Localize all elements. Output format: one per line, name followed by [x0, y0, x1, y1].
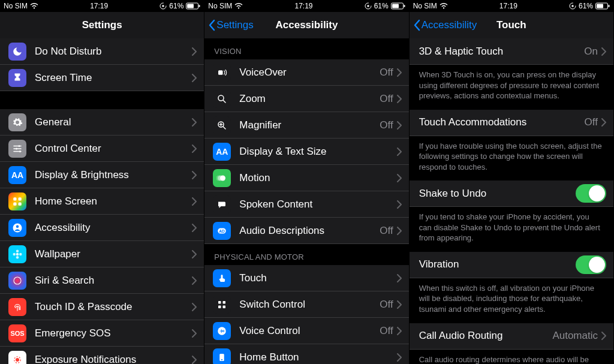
- magnifier-icon: [213, 116, 231, 134]
- svg-rect-25: [367, 5, 369, 7]
- back-button[interactable]: Accessibility: [413, 12, 477, 38]
- list-row[interactable]: Motion: [204, 165, 408, 191]
- svg-point-14: [16, 252, 19, 255]
- chevron-right-icon: [192, 145, 197, 153]
- list-row[interactable]: VoiceOverOff: [204, 59, 408, 86]
- row-label: Siri & Search: [35, 275, 192, 287]
- row-label: Voice Control: [239, 325, 380, 337]
- list-row[interactable]: SOSEmergency SOS: [0, 320, 204, 347]
- svg-rect-49: [608, 5, 609, 7]
- list-row[interactable]: AADisplay & Brightness: [0, 162, 204, 188]
- row-label: Audio Descriptions: [239, 225, 380, 237]
- svg-rect-46: [571, 5, 573, 7]
- list-row[interactable]: Voice ControlOff: [204, 318, 408, 344]
- svg-point-19: [14, 277, 21, 284]
- settings-list[interactable]: Do Not DisturbScreen TimeGeneralControl …: [0, 38, 204, 364]
- list-row[interactable]: Shake to Undo: [410, 181, 613, 207]
- row-label: Screen Time: [35, 72, 192, 84]
- list-row[interactable]: Touch AccommodationsOff: [410, 110, 613, 136]
- carrier-text: No SIM: [413, 2, 437, 10]
- orientation-lock-icon: [365, 2, 372, 10]
- row-label: Shake to Undo: [419, 188, 576, 200]
- row-label: Emergency SOS: [35, 327, 192, 339]
- sos-icon: SOS: [8, 324, 26, 342]
- orientation-lock-icon: [159, 2, 167, 10]
- panel-touch: No SIM 17:19 61% Accessibility Touch 3D …: [410, 0, 614, 364]
- row-label: Call Audio Routing: [419, 330, 553, 342]
- wifi-icon: [440, 3, 448, 9]
- list-row[interactable]: Accessibility: [0, 215, 204, 241]
- chevron-right-icon: [397, 95, 402, 103]
- list-row[interactable]: Vibration: [410, 252, 613, 278]
- row-label: Zoom: [239, 93, 380, 105]
- chevron-right-icon: [397, 327, 402, 335]
- row-label: VoiceOver: [239, 67, 380, 79]
- section-header-physical: Physical and Motor: [204, 244, 408, 265]
- person-circle-icon: [8, 219, 26, 237]
- chevron-right-icon: [192, 47, 197, 56]
- list-row[interactable]: Wallpaper: [0, 241, 204, 267]
- chevron-right-icon: [397, 300, 402, 309]
- svg-rect-28: [404, 5, 405, 7]
- list-row[interactable]: Do Not Disturb: [0, 38, 204, 65]
- footer-text: When this switch is off, all vibration o…: [410, 278, 613, 323]
- voiceover-icon: [213, 64, 231, 82]
- list-row[interactable]: Switch ControlOff: [204, 291, 408, 318]
- list-row[interactable]: Spoken Content: [204, 191, 408, 218]
- svg-rect-8: [13, 197, 16, 200]
- section-header-vision: Vision: [204, 38, 408, 59]
- voice-icon: [213, 322, 231, 340]
- toggle-switch[interactable]: [576, 255, 606, 274]
- list-row[interactable]: Call Audio RoutingAutomatic: [410, 323, 613, 350]
- list-row[interactable]: Touch: [204, 265, 408, 291]
- status-bar: No SIM 17:19 61%: [0, 0, 204, 12]
- fingerprint-icon: [8, 298, 26, 316]
- carrier-text: No SIM: [208, 2, 232, 10]
- list-row[interactable]: MagnifierOff: [204, 112, 408, 139]
- row-label: Magnifier: [239, 119, 380, 131]
- list-row[interactable]: General: [0, 109, 204, 136]
- svg-point-18: [19, 252, 22, 255]
- chevron-right-icon: [397, 227, 402, 235]
- footer-text: Call audio routing determines where audi…: [410, 350, 613, 364]
- row-label: Do Not Disturb: [35, 46, 192, 58]
- status-bar: No SIM 17:19 61%: [204, 0, 408, 12]
- list-row[interactable]: ZoomOff: [204, 86, 408, 112]
- row-label: Display & Brightness: [35, 169, 192, 181]
- toggle-switch[interactable]: [576, 184, 606, 203]
- svg-point-17: [13, 252, 16, 255]
- touch-list[interactable]: 3D & Haptic TouchOnWhen 3D Touch is on, …: [410, 38, 613, 364]
- chevron-left-icon: [208, 19, 215, 31]
- list-row[interactable]: Home Button: [204, 344, 408, 364]
- zoom-icon: [213, 90, 231, 108]
- list-row[interactable]: Exposure Notifications: [0, 347, 204, 364]
- list-row[interactable]: 3D & Haptic TouchOn: [410, 38, 613, 65]
- chevron-right-icon: [601, 47, 606, 56]
- svg-rect-9: [19, 197, 22, 200]
- svg-rect-27: [392, 4, 399, 8]
- list-row[interactable]: ADAudio DescriptionsOff: [204, 218, 408, 244]
- list-row[interactable]: AADisplay & Text Size: [204, 139, 408, 165]
- list-row[interactable]: Siri & Search: [0, 267, 204, 294]
- row-label: General: [35, 116, 192, 128]
- battery-percent: 61%: [579, 2, 593, 10]
- list-row[interactable]: Screen Time: [0, 65, 204, 91]
- chevron-right-icon: [192, 118, 197, 127]
- list-row[interactable]: Home Screen: [0, 188, 204, 215]
- orientation-lock-icon: [569, 2, 576, 10]
- panel-settings: No SIM 17:19 61% Settings Do Not Disturb…: [0, 0, 204, 364]
- row-label: Touch Accommodations: [419, 116, 585, 128]
- page-title: Settings: [82, 19, 122, 31]
- list-row[interactable]: Control Center: [0, 136, 204, 162]
- chevron-right-icon: [192, 197, 197, 206]
- svg-text:AD: AD: [219, 229, 225, 233]
- row-value: Automatic: [552, 330, 598, 342]
- panel-accessibility: No SIM 17:19 61% Settings Accessibility …: [204, 0, 409, 364]
- svg-point-30: [218, 95, 224, 101]
- svg-point-43: [221, 359, 222, 360]
- back-button[interactable]: Settings: [208, 12, 253, 38]
- accessibility-list[interactable]: VisionVoiceOverOffZoomOffMagnifierOffAAD…: [204, 38, 408, 364]
- list-row[interactable]: Touch ID & Passcode: [0, 294, 204, 320]
- svg-point-13: [16, 225, 19, 228]
- touch-icon: [213, 269, 231, 287]
